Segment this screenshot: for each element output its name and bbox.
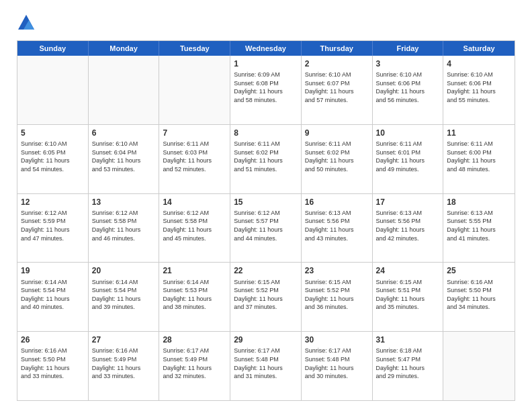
day-number: 18 — [447, 197, 511, 208]
page: SundayMondayTuesdayWednesdayThursdayFrid… — [0, 0, 532, 411]
day-cell-24: 24Sunrise: 6:15 AM Sunset: 5:51 PM Dayli… — [373, 263, 444, 331]
logo — [17, 13, 38, 32]
day-number: 3 — [376, 58, 440, 69]
day-info: Sunrise: 6:13 AM Sunset: 5:55 PM Dayligh… — [447, 209, 511, 242]
calendar-row-1: 1Sunrise: 6:09 AM Sunset: 6:08 PM Daylig… — [17, 56, 515, 124]
day-number: 28 — [163, 334, 226, 345]
day-info: Sunrise: 6:16 AM Sunset: 5:50 PM Dayligh… — [447, 278, 511, 312]
day-info: Sunrise: 6:16 AM Sunset: 5:50 PM Dayligh… — [21, 347, 85, 380]
day-cell-1: 1Sunrise: 6:09 AM Sunset: 6:08 PM Daylig… — [230, 56, 302, 124]
day-number: 12 — [21, 197, 85, 208]
day-cell-11: 11Sunrise: 6:11 AM Sunset: 6:00 PM Dayli… — [443, 125, 515, 193]
day-cell-6: 6Sunrise: 6:10 AM Sunset: 6:04 PM Daylig… — [89, 125, 160, 193]
day-cell-31: 31Sunrise: 6:18 AM Sunset: 5:47 PM Dayli… — [373, 332, 444, 400]
day-number: 10 — [376, 128, 440, 138]
day-cell-9: 9Sunrise: 6:11 AM Sunset: 6:02 PM Daylig… — [302, 125, 373, 193]
day-number: 13 — [92, 197, 156, 208]
day-cell-13: 13Sunrise: 6:12 AM Sunset: 5:58 PM Dayli… — [89, 194, 160, 263]
weekday-header-sunday: Sunday — [17, 41, 89, 56]
day-info: Sunrise: 6:12 AM Sunset: 5:58 PM Dayligh… — [163, 209, 226, 242]
day-info: Sunrise: 6:15 AM Sunset: 5:52 PM Dayligh… — [234, 278, 298, 312]
day-cell-16: 16Sunrise: 6:13 AM Sunset: 5:56 PM Dayli… — [302, 194, 373, 263]
day-number: 5 — [21, 128, 85, 138]
day-number: 8 — [234, 128, 298, 138]
day-info: Sunrise: 6:11 AM Sunset: 6:00 PM Dayligh… — [447, 140, 511, 173]
day-info: Sunrise: 6:10 AM Sunset: 6:07 PM Dayligh… — [305, 71, 369, 104]
calendar-body: 1Sunrise: 6:09 AM Sunset: 6:08 PM Daylig… — [17, 56, 515, 400]
header — [17, 13, 515, 32]
day-info: Sunrise: 6:16 AM Sunset: 5:49 PM Dayligh… — [92, 347, 156, 380]
day-cell-8: 8Sunrise: 6:11 AM Sunset: 6:02 PM Daylig… — [230, 125, 302, 193]
day-number: 6 — [92, 128, 156, 138]
day-info: Sunrise: 6:15 AM Sunset: 5:51 PM Dayligh… — [376, 278, 440, 312]
day-info: Sunrise: 6:10 AM Sunset: 6:06 PM Dayligh… — [376, 71, 440, 104]
weekday-header-saturday: Saturday — [443, 41, 515, 56]
day-info: Sunrise: 6:12 AM Sunset: 5:57 PM Dayligh… — [234, 209, 298, 242]
day-info: Sunrise: 6:14 AM Sunset: 5:53 PM Dayligh… — [163, 278, 226, 312]
day-number: 20 — [92, 265, 156, 276]
day-cell-26: 26Sunrise: 6:16 AM Sunset: 5:50 PM Dayli… — [17, 332, 89, 400]
day-cell-23: 23Sunrise: 6:15 AM Sunset: 5:52 PM Dayli… — [302, 263, 373, 331]
day-cell-4: 4Sunrise: 6:10 AM Sunset: 6:06 PM Daylig… — [443, 56, 515, 124]
day-number: 4 — [447, 58, 511, 69]
day-info: Sunrise: 6:11 AM Sunset: 6:03 PM Dayligh… — [163, 140, 226, 173]
logo-icon — [17, 13, 36, 32]
day-number: 25 — [447, 265, 511, 276]
weekday-header-wednesday: Wednesday — [230, 41, 302, 56]
day-number: 1 — [234, 58, 298, 69]
day-number: 26 — [21, 334, 85, 345]
day-info: Sunrise: 6:11 AM Sunset: 6:01 PM Dayligh… — [376, 140, 440, 173]
day-info: Sunrise: 6:12 AM Sunset: 5:58 PM Dayligh… — [92, 209, 156, 242]
day-number: 19 — [21, 265, 85, 276]
weekday-header-friday: Friday — [373, 41, 444, 56]
day-number: 14 — [163, 197, 226, 208]
day-cell-27: 27Sunrise: 6:16 AM Sunset: 5:49 PM Dayli… — [89, 332, 160, 400]
day-cell-17: 17Sunrise: 6:13 AM Sunset: 5:56 PM Dayli… — [373, 194, 444, 263]
day-info: Sunrise: 6:10 AM Sunset: 6:06 PM Dayligh… — [447, 71, 511, 104]
day-number: 29 — [234, 334, 298, 345]
day-info: Sunrise: 6:17 AM Sunset: 5:49 PM Dayligh… — [163, 347, 226, 380]
day-cell-29: 29Sunrise: 6:17 AM Sunset: 5:48 PM Dayli… — [230, 332, 302, 400]
calendar-row-4: 19Sunrise: 6:14 AM Sunset: 5:54 PM Dayli… — [17, 262, 515, 331]
day-cell-18: 18Sunrise: 6:13 AM Sunset: 5:55 PM Dayli… — [443, 194, 515, 263]
empty-cell-r0c0 — [17, 56, 89, 124]
day-number: 2 — [305, 58, 369, 69]
day-info: Sunrise: 6:14 AM Sunset: 5:54 PM Dayligh… — [92, 278, 156, 312]
day-number: 15 — [234, 197, 298, 208]
day-info: Sunrise: 6:11 AM Sunset: 6:02 PM Dayligh… — [305, 140, 369, 173]
day-number: 22 — [234, 265, 298, 276]
day-cell-22: 22Sunrise: 6:15 AM Sunset: 5:52 PM Dayli… — [230, 263, 302, 331]
day-number: 24 — [376, 265, 440, 276]
day-info: Sunrise: 6:15 AM Sunset: 5:52 PM Dayligh… — [305, 278, 369, 312]
day-cell-25: 25Sunrise: 6:16 AM Sunset: 5:50 PM Dayli… — [443, 263, 515, 331]
empty-cell-r0c2 — [159, 56, 230, 124]
day-info: Sunrise: 6:14 AM Sunset: 5:54 PM Dayligh… — [21, 278, 85, 312]
weekday-header-tuesday: Tuesday — [159, 41, 230, 56]
day-info: Sunrise: 6:10 AM Sunset: 6:05 PM Dayligh… — [21, 140, 85, 173]
day-cell-3: 3Sunrise: 6:10 AM Sunset: 6:06 PM Daylig… — [373, 56, 444, 124]
day-cell-30: 30Sunrise: 6:17 AM Sunset: 5:48 PM Dayli… — [302, 332, 373, 400]
day-cell-12: 12Sunrise: 6:12 AM Sunset: 5:59 PM Dayli… — [17, 194, 89, 263]
day-cell-15: 15Sunrise: 6:12 AM Sunset: 5:57 PM Dayli… — [230, 194, 302, 263]
day-info: Sunrise: 6:12 AM Sunset: 5:59 PM Dayligh… — [21, 209, 85, 242]
day-info: Sunrise: 6:13 AM Sunset: 5:56 PM Dayligh… — [376, 209, 440, 242]
day-cell-5: 5Sunrise: 6:10 AM Sunset: 6:05 PM Daylig… — [17, 125, 89, 193]
day-cell-28: 28Sunrise: 6:17 AM Sunset: 5:49 PM Dayli… — [159, 332, 230, 400]
day-number: 30 — [305, 334, 369, 345]
day-info: Sunrise: 6:18 AM Sunset: 5:47 PM Dayligh… — [376, 347, 440, 380]
day-number: 11 — [447, 128, 511, 138]
day-number: 31 — [376, 334, 440, 345]
calendar-row-3: 12Sunrise: 6:12 AM Sunset: 5:59 PM Dayli… — [17, 193, 515, 263]
day-info: Sunrise: 6:17 AM Sunset: 5:48 PM Dayligh… — [305, 347, 369, 380]
day-info: Sunrise: 6:11 AM Sunset: 6:02 PM Dayligh… — [234, 140, 298, 173]
day-info: Sunrise: 6:10 AM Sunset: 6:04 PM Dayligh… — [92, 140, 156, 173]
day-info: Sunrise: 6:17 AM Sunset: 5:48 PM Dayligh… — [234, 347, 298, 380]
day-number: 17 — [376, 197, 440, 208]
day-cell-20: 20Sunrise: 6:14 AM Sunset: 5:54 PM Dayli… — [89, 263, 160, 331]
day-cell-10: 10Sunrise: 6:11 AM Sunset: 6:01 PM Dayli… — [373, 125, 444, 193]
day-cell-2: 2Sunrise: 6:10 AM Sunset: 6:07 PM Daylig… — [302, 56, 373, 124]
empty-cell-r4c6 — [443, 332, 515, 400]
day-number: 7 — [163, 128, 226, 138]
day-cell-19: 19Sunrise: 6:14 AM Sunset: 5:54 PM Dayli… — [17, 263, 89, 331]
calendar: SundayMondayTuesdayWednesdayThursdayFrid… — [17, 40, 515, 401]
